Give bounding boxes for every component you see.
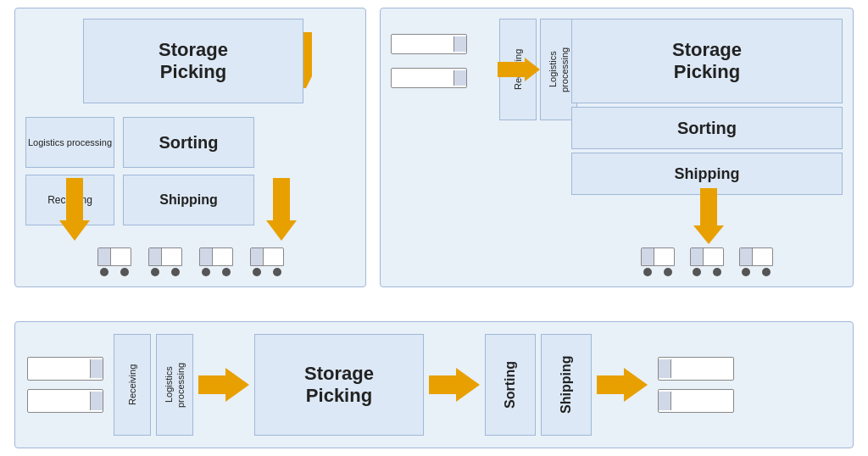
diagram1: StoragePicking Logistics processing Rece… xyxy=(14,8,366,287)
d3-storage-label: StoragePicking xyxy=(304,363,374,408)
d3-shipping-label: Shipping xyxy=(559,356,574,414)
d3-arrow-head2 xyxy=(456,368,480,402)
d2-arrow-shaft xyxy=(498,62,525,77)
d1-sorting-box: Sorting xyxy=(123,117,254,168)
d2-truck-b2 xyxy=(690,247,724,276)
d2-truck-wheels-b2 xyxy=(693,268,721,276)
d3-arrow-shaft3 xyxy=(597,375,624,394)
d3-truck-right-2 xyxy=(658,389,734,413)
truck-4 xyxy=(250,247,284,276)
truck-wheels-3 xyxy=(202,268,231,276)
truck-3 xyxy=(199,247,233,276)
truck-cabin-3 xyxy=(199,247,233,266)
d2-bottom-trucks xyxy=(571,247,843,276)
d3-flow-arrow3 xyxy=(597,368,648,402)
truck-wheels-1 xyxy=(100,268,129,276)
d1-logistics-box: Logistics processing xyxy=(25,117,114,168)
d2-shipping-label: Shipping xyxy=(675,165,740,183)
d2-down-arrow xyxy=(693,188,724,244)
d3-shipping-box: Shipping xyxy=(541,334,592,436)
d3-arrow-head3 xyxy=(624,368,648,402)
d2-truck-cabin-b3 xyxy=(739,247,773,266)
d1-shipping-label: Shipping xyxy=(159,192,217,208)
d2-truck-cabin-b2 xyxy=(690,247,724,266)
d2-logistics-text: Logisticsprocessing xyxy=(546,47,570,92)
d3-left-trucks xyxy=(27,357,103,413)
d3-flow-arrow xyxy=(198,368,249,402)
d3-sorting-label: Sorting xyxy=(503,361,518,409)
truck-wheels-2 xyxy=(151,268,180,276)
d3-receiving-box: Receiving xyxy=(114,334,151,436)
main-container: StoragePicking Logistics processing Rece… xyxy=(14,8,854,448)
truck-cabin-1 xyxy=(97,247,131,266)
d2-truck-b3 xyxy=(739,247,773,276)
d2-truck-wheels-b1 xyxy=(643,268,672,276)
d1-storage-picking-label: StoragePicking xyxy=(159,39,228,84)
d2-storage-label: StoragePicking xyxy=(672,39,742,84)
d2-arrow-head xyxy=(525,58,540,81)
d2-down-shaft xyxy=(700,188,717,225)
diagram2: Receiving Logisticsprocessing StoragePic… xyxy=(380,8,854,287)
diagram3: Receiving Logisticsprocessing StoragePic… xyxy=(14,321,854,448)
d1-down-arrow-shipping xyxy=(266,178,297,241)
truck-cabin-4 xyxy=(250,247,284,266)
d3-truck-left-2 xyxy=(27,389,103,413)
d3-truck-right-1 xyxy=(658,357,734,381)
d2-sorting-box: Sorting xyxy=(571,107,843,149)
d2-truck-cabin-b1 xyxy=(641,247,675,266)
d1-storage-picking-box: StoragePicking xyxy=(83,19,303,103)
truck-wheels-4 xyxy=(253,268,281,276)
d3-storage-box: StoragePicking xyxy=(254,334,424,436)
top-row: StoragePicking Logistics processing Rece… xyxy=(14,8,854,287)
truck-cabin-2 xyxy=(148,247,182,266)
truck-1 xyxy=(97,247,131,276)
d1-logistics-label: Logistics processing xyxy=(28,136,112,148)
d3-truck-left-1 xyxy=(27,357,103,381)
d1-down-arrow-receiving xyxy=(59,178,90,241)
d2-truck-wheels-b3 xyxy=(742,268,771,276)
d3-receiving-label: Receiving xyxy=(126,364,138,405)
d1-shipping-box: Shipping xyxy=(123,175,254,225)
d1-trucks-row xyxy=(25,247,356,276)
d1-sorting-label: Sorting xyxy=(159,133,219,153)
d2-truck-h-1 xyxy=(391,34,467,54)
d2-right-flow-arrow xyxy=(498,58,540,81)
d2-right-column: StoragePicking Sorting Shipping xyxy=(571,19,843,195)
d2-truck-b1 xyxy=(641,247,675,276)
d3-arrow-shaft xyxy=(198,375,225,394)
d3-arrow-head xyxy=(225,368,249,402)
d2-truck-h-2 xyxy=(391,68,467,88)
d3-right-trucks xyxy=(658,357,734,413)
d3-arrow-shaft2 xyxy=(429,375,456,394)
d3-flow-arrow2 xyxy=(429,368,480,402)
d2-down-head xyxy=(693,225,724,244)
d3-logistics-label: Logisticsprocessing xyxy=(163,362,187,407)
d2-sorting-label: Sorting xyxy=(677,119,737,138)
d2-left-trucks xyxy=(391,34,467,88)
d2-storage-box: StoragePicking xyxy=(571,19,843,103)
d3-logistics-box: Logisticsprocessing xyxy=(156,334,193,436)
truck-2 xyxy=(148,247,182,276)
d3-sorting-box: Sorting xyxy=(485,334,536,436)
